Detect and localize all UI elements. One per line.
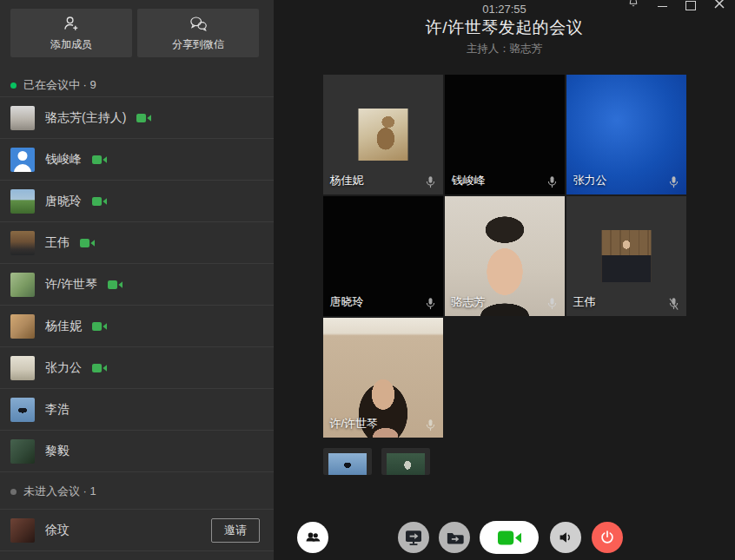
camera-on-icon — [92, 321, 107, 332]
tile-name: 张力公 — [573, 173, 607, 188]
video-tile[interactable]: 钱峻峰 — [445, 75, 565, 194]
share-wechat-label: 分享到微信 — [172, 37, 224, 52]
avatar — [10, 398, 35, 422]
avatar — [10, 148, 35, 172]
participant-row[interactable]: 许/许世琴 — [0, 264, 274, 306]
camera-on-icon — [92, 155, 107, 165]
video-tile[interactable]: 王伟 — [566, 196, 686, 316]
avatar — [10, 314, 35, 339]
add-member-label: 添加成员 — [50, 37, 92, 52]
participant-name: 骆志芳(主持人) — [45, 110, 126, 126]
video-tile[interactable]: 张力公 — [566, 75, 686, 194]
window-controls — [623, 0, 730, 13]
overflow-thumbnails — [323, 448, 430, 475]
bird-avatar-image — [328, 453, 367, 475]
participant-name: 唐晓玲 — [45, 194, 82, 209]
participant-name: 李浩 — [45, 402, 70, 418]
tile-name: 许/许世琴 — [330, 416, 379, 432]
tile-name: 钱峻峰 — [452, 173, 486, 188]
participant-name: 徐玟 — [45, 523, 70, 538]
members-toggle-button[interactable] — [297, 522, 328, 553]
mic-muted-icon — [666, 296, 681, 312]
members-icon — [303, 528, 322, 547]
camera-toggle-button[interactable] — [480, 521, 539, 554]
avatar — [10, 106, 35, 130]
mic-icon — [545, 296, 560, 312]
mic-icon — [545, 175, 560, 190]
speaker-button[interactable] — [550, 522, 581, 553]
bell-icon[interactable] — [623, 0, 644, 13]
participant-name: 黎毅 — [45, 444, 70, 459]
tile-name: 王伟 — [573, 294, 596, 310]
participant-row[interactable]: 黎毅 — [0, 431, 274, 472]
participant-row[interactable]: 张力公 — [0, 347, 274, 389]
participant-row[interactable]: 徐玟 邀请 — [0, 510, 274, 551]
participant-name: 张力公 — [45, 360, 82, 376]
meeting-stage: 01:27:55 许/许世琴发起的会议 主持人：骆志芳 杨佳妮 — [274, 0, 735, 560]
screen-share-button[interactable] — [398, 522, 429, 553]
file-share-button[interactable] — [439, 522, 470, 553]
invite-button[interactable]: 邀请 — [211, 518, 260, 543]
speaker-icon — [556, 528, 575, 547]
video-thumbnail[interactable] — [323, 448, 372, 475]
video-grid: 杨佳妮 钱峻峰 张力公 唐晓玲 骆志芳 王伟 — [323, 75, 686, 438]
avatar — [10, 518, 35, 543]
tile-name: 骆志芳 — [452, 294, 486, 310]
participant-row[interactable]: 唐晓玲 — [0, 181, 274, 222]
blackboard-avatar-image — [387, 453, 425, 475]
video-tile[interactable]: 许/许世琴 — [323, 318, 443, 438]
video-tile[interactable]: 骆志芳 — [445, 196, 565, 316]
close-icon[interactable] — [709, 0, 730, 13]
participant-name: 许/许世琴 — [45, 277, 97, 293]
portrait-avatar-image — [601, 230, 651, 282]
file-share-icon — [445, 528, 465, 548]
maximize-icon[interactable] — [680, 0, 701, 13]
add-person-icon — [62, 14, 81, 33]
participant-row[interactable]: 李浩 — [0, 389, 274, 431]
end-call-button[interactable] — [592, 522, 623, 553]
participant-row[interactable]: 王伟 — [0, 222, 274, 264]
mic-icon — [666, 175, 681, 190]
participant-row[interactable]: 杨佳妮 — [0, 306, 274, 347]
avatar — [10, 439, 35, 464]
participant-name: 钱峻峰 — [45, 152, 82, 168]
camera-on-icon — [136, 113, 151, 123]
camera-on-icon — [80, 238, 95, 248]
tile-name: 杨佳妮 — [330, 173, 364, 188]
cat-avatar-image — [358, 109, 407, 161]
participant-row[interactable]: 骆志芳(主持人) — [0, 97, 274, 139]
mic-icon — [423, 175, 438, 190]
participant-name: 杨佳妮 — [45, 319, 82, 334]
avatar — [10, 189, 35, 214]
avatar — [10, 273, 35, 297]
add-member-button[interactable]: 添加成员 — [10, 9, 132, 57]
avatar — [10, 231, 35, 255]
not-joined-header: 未进入会议 · 1 — [0, 474, 274, 510]
in-meeting-section: 已在会议中 · 9 — [0, 74, 274, 96]
mic-icon — [423, 296, 438, 312]
share-to-wechat-button[interactable]: 分享到微信 — [137, 9, 259, 57]
camera-on-icon — [108, 280, 122, 290]
in-meeting-label: 已在会议中 · 9 — [23, 77, 96, 93]
end-call-icon — [599, 529, 616, 546]
minimize-icon[interactable] — [652, 0, 672, 13]
camera-on-icon — [92, 196, 107, 207]
camera-on-icon — [498, 530, 521, 546]
tile-name: 唐晓玲 — [330, 294, 364, 310]
participant-row[interactable]: 钱峻峰 — [0, 139, 274, 181]
camera-on-icon — [92, 363, 107, 373]
gray-status-dot — [10, 489, 17, 495]
meeting-title: 许/许世琴发起的会议 — [274, 16, 735, 39]
participant-list: 骆志芳(主持人) 钱峻峰 唐晓玲 王伟 许/许世琴 — [0, 96, 274, 472]
call-toolbar — [274, 521, 735, 554]
panel-actions: 添加成员 分享到微信 — [0, 0, 274, 57]
video-tile[interactable]: 唐晓玲 — [323, 196, 443, 316]
not-joined-section: 未进入会议 · 1 徐玟 邀请 — [0, 474, 274, 551]
members-panel: 添加成员 分享到微信 已在会议中 · 9 骆志芳(主持人) — [0, 0, 274, 560]
participant-name: 王伟 — [45, 235, 70, 251]
green-status-dot — [10, 82, 17, 89]
video-tile[interactable]: 杨佳妮 — [323, 75, 443, 194]
video-thumbnail[interactable] — [381, 448, 430, 475]
meeting-host: 主持人：骆志芳 — [274, 42, 735, 56]
screen-share-icon — [403, 527, 424, 548]
